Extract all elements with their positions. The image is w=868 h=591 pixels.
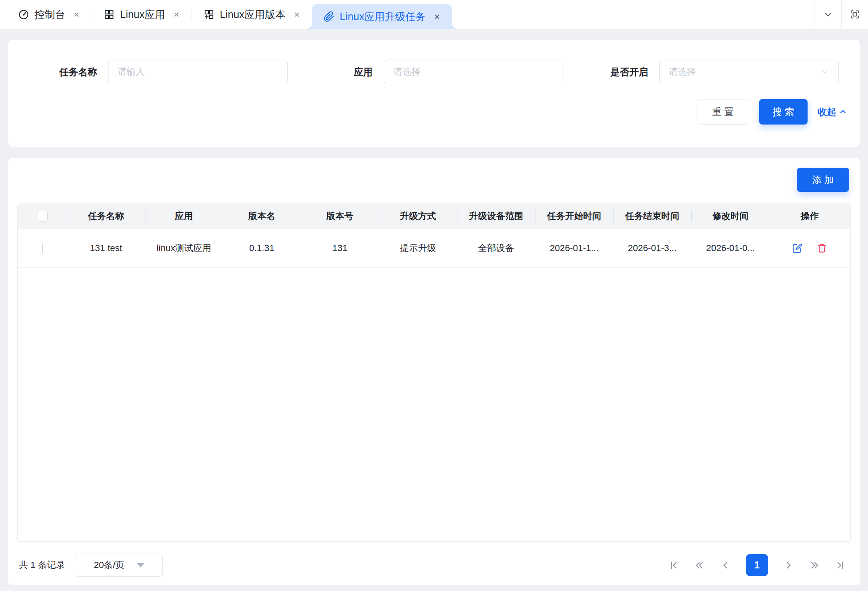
fast-next-button[interactable] [809,560,820,571]
table-row[interactable]: 131 test linux测试应用 0.1.31 131 提示升级 全部设备 … [18,229,850,268]
tab-linux-upgrade-task[interactable]: Linux应用升级任务 [312,4,452,29]
tab-linux-app[interactable]: Linux应用 [92,0,192,29]
task-name-input[interactable] [108,60,288,84]
table-card: 添 加 任务名称 应用 版本名 版本号 升级方式 升级设备范围 任务开始时间 任… [8,158,860,585]
cell-device-scope: 全部设备 [457,242,535,254]
prev-page-button[interactable] [720,560,731,571]
appstore-icon [104,9,115,20]
paperclip-icon [323,11,335,22]
table-toolbar: 添 加 [17,168,851,192]
column-header-task-name: 任务名称 [67,203,145,229]
chevron-down-icon [823,9,833,20]
cell-actions [770,242,850,254]
total-records: 共 1 条记录 [17,559,65,571]
close-icon[interactable] [173,11,180,18]
select-placeholder: 请选择 [393,66,554,78]
tab-bar: 控制台 Linux应用 [0,0,868,29]
tab-label: Linux应用版本 [220,8,286,21]
select-placeholder: 请选择 [669,66,820,78]
reset-button[interactable]: 重 置 [697,99,749,125]
last-page-icon [835,560,846,571]
close-icon[interactable] [293,11,300,18]
column-header-version-code: 版本号 [301,203,379,229]
enabled-label: 是否开启 [572,66,659,78]
double-chevron-right-icon [809,560,820,571]
column-header-modified-time: 修改时间 [691,203,770,229]
cell-app: linux测试应用 [145,242,223,254]
dashboard-icon [18,9,29,20]
first-page-icon [668,560,679,571]
edit-icon [792,242,803,254]
column-header-app: 应用 [145,203,223,229]
edit-button[interactable] [792,242,803,254]
tabbar-tools [815,0,868,29]
select-all-checkbox[interactable] [37,211,48,222]
app-label: 应用 [296,66,384,78]
filter-group-app: 应用 请选择 [296,60,572,84]
add-button[interactable]: 添 加 [797,168,849,192]
search-button[interactable]: 搜 索 [759,99,808,125]
tab-label: Linux应用升级任务 [340,10,426,23]
pagination: 1 [668,554,851,576]
cell-modified-time: 2026-01-0... [691,243,770,254]
column-header-upgrade-mode: 升级方式 [379,203,457,229]
data-table: 任务名称 应用 版本名 版本号 升级方式 升级设备范围 任务开始时间 任务结束时… [17,203,851,542]
cell-version-code: 131 [301,243,379,254]
appstore-add-icon [203,9,215,20]
first-page-button[interactable] [668,560,679,571]
fast-prev-button[interactable] [694,560,705,571]
filter-row: 任务名称 应用 请选择 是否开启 请选择 [21,60,847,84]
next-page-button[interactable] [783,560,794,571]
app-select[interactable]: 请选择 [384,60,563,84]
cell-start-time: 2026-01-1... [535,243,613,254]
collapse-label: 收起 [817,106,836,118]
cell-upgrade-mode: 提示升级 [379,242,457,254]
page-size-select[interactable]: 20条/页 [75,554,163,577]
column-header-device-scope: 升级设备范围 [457,203,535,229]
tabs-dropdown-button[interactable] [815,0,841,29]
double-chevron-left-icon [694,560,705,571]
tab-console[interactable]: 控制台 [7,0,92,29]
caret-down-icon [137,563,144,568]
page-size-value: 20条/页 [94,559,125,571]
table-footer: 共 1 条记录 20条/页 [17,554,851,577]
column-header-end-time: 任务结束时间 [613,203,691,229]
column-header-version-name: 版本名 [223,203,301,229]
filter-actions: 重 置 搜 索 收起 [21,99,847,125]
filter-group-enabled: 是否开启 请选择 [572,60,847,84]
chevron-left-icon [720,560,731,571]
cell-end-time: 2026-01-3... [613,243,691,254]
chevron-right-icon [783,560,794,571]
task-name-label: 任务名称 [21,66,108,78]
tab-linux-app-version[interactable]: Linux应用版本 [192,0,312,29]
page-content: 任务名称 应用 请选择 是否开启 请选择 重 置 搜 [0,29,868,585]
row-select-cell [18,243,67,254]
tab-label: 控制台 [35,8,65,21]
column-header-start-time: 任务开始时间 [535,203,613,229]
enabled-select[interactable]: 请选择 [659,60,839,84]
fullscreen-button[interactable] [842,0,868,29]
tab-label: Linux应用 [120,8,165,21]
trash-icon [816,242,828,254]
filter-card: 任务名称 应用 请选择 是否开启 请选择 重 置 搜 [8,40,860,147]
row-checkbox[interactable] [42,243,43,254]
close-icon[interactable] [434,13,441,20]
page-1-button[interactable]: 1 [746,554,768,576]
column-header-actions: 操作 [770,203,850,229]
chevron-down-icon [820,67,829,76]
delete-button[interactable] [816,242,828,254]
tab-list: 控制台 Linux应用 [7,0,452,29]
fullscreen-icon [850,9,860,20]
chevron-up-icon [838,107,847,116]
last-page-button[interactable] [835,560,846,571]
select-all-cell [18,203,67,229]
close-icon[interactable] [73,11,80,18]
cell-version-name: 0.1.31 [223,243,301,254]
collapse-link[interactable]: 收起 [817,106,847,118]
table-header: 任务名称 应用 版本名 版本号 升级方式 升级设备范围 任务开始时间 任务结束时… [18,203,850,229]
filter-group-task-name: 任务名称 [21,60,296,84]
cell-task-name: 131 test [67,243,145,254]
